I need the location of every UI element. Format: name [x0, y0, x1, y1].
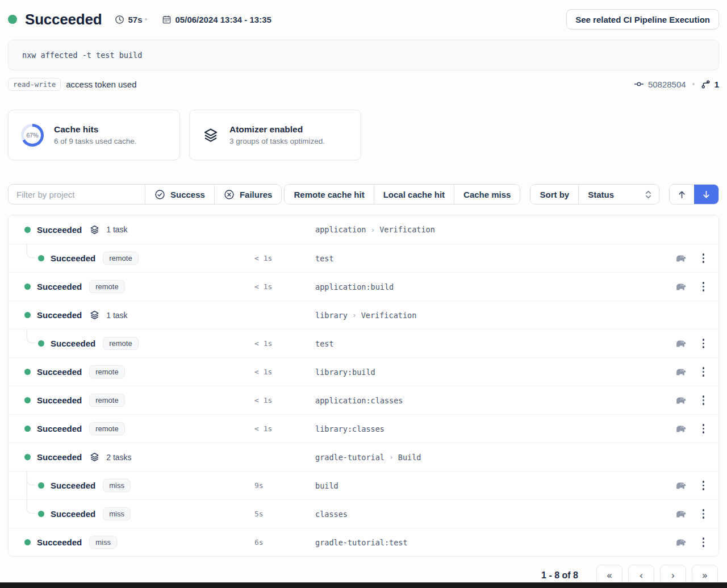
task-row[interactable]: Succeeded miss 6s gradle-tutorial:test [9, 528, 718, 556]
branch-count: 1 [715, 80, 719, 89]
task-name: build [315, 481, 664, 490]
run-duration-meta: 57s [115, 15, 143, 24]
target-name: Verification [379, 225, 435, 234]
gradle-elephant-icon[interactable] [675, 537, 687, 547]
kebab-menu-icon[interactable] [701, 507, 707, 520]
row-status-label: Succeeded [37, 367, 82, 377]
vcs-info: 50828504 1 [634, 79, 719, 89]
run-status-dot [8, 15, 17, 24]
git-commit-icon [634, 79, 644, 89]
kebab-menu-icon[interactable] [701, 536, 707, 549]
sort-descending-button[interactable] [694, 185, 718, 204]
kebab-menu-icon[interactable] [701, 252, 707, 265]
layers-icon [89, 452, 100, 462]
row-status-dot [24, 397, 31, 403]
row-status-label: Succeeded [37, 452, 82, 462]
row-status-label: Succeeded [51, 509, 95, 519]
gradle-elephant-icon[interactable] [675, 367, 687, 377]
project-name: application [315, 225, 366, 234]
sort-selected-value: Status [588, 190, 614, 199]
tree-connector [27, 472, 35, 485]
group-project-path: application › Verification [315, 225, 664, 234]
task-name: test [315, 254, 664, 263]
cache-card-title: Cache hits [54, 124, 137, 135]
tree-connector [27, 500, 35, 514]
bottom-bar [0, 582, 727, 588]
cache-donut-label: 67% [21, 124, 44, 147]
page-title: Succeeded [25, 11, 102, 28]
layers-icon [89, 224, 100, 235]
gradle-elephant-icon[interactable] [675, 339, 687, 348]
task-list: Succeeded 1 task application › Verificat… [8, 215, 719, 557]
filter-failures-label: Failures [240, 190, 273, 199]
filter-remote-cache-hit[interactable]: Remote cache hit [285, 185, 373, 204]
task-row[interactable]: Succeeded remote < 1s application:build [9, 272, 718, 301]
filter-local-cache-hit[interactable]: Local cache hit [374, 185, 454, 204]
gradle-elephant-icon[interactable] [675, 282, 687, 291]
run-date-meta: 05/06/2024 13:34 - 13:35 [162, 15, 271, 24]
pagination-range-label: 1 - 8 of 8 [541, 570, 578, 581]
task-row[interactable]: Succeeded remote < 1s test [9, 244, 718, 272]
task-row[interactable]: Succeeded remote < 1s test [9, 329, 718, 357]
task-name: application:classes [315, 396, 664, 405]
row-status-dot [24, 426, 31, 432]
task-row[interactable]: Succeeded remote < 1s library:classes [9, 414, 718, 443]
project-filter-group: Success Failures [8, 184, 282, 205]
layers-icon [89, 310, 100, 320]
task-duration: < 1s [254, 368, 315, 376]
sort-by-label: Sort by [530, 185, 578, 204]
row-status-dot [24, 227, 31, 233]
project-name: library [315, 311, 348, 320]
kebab-menu-icon[interactable] [701, 479, 707, 492]
git-branch-icon [701, 80, 711, 89]
kebab-menu-icon[interactable] [701, 394, 707, 407]
task-duration: < 1s [254, 339, 315, 348]
task-row[interactable]: Succeeded remote < 1s library:build [9, 357, 718, 386]
task-row[interactable]: Succeeded miss 5s classes [9, 499, 718, 528]
kebab-menu-icon[interactable] [701, 365, 707, 378]
cache-hits-card[interactable]: 67% Cache hits 6 of 9 tasks used cache. [8, 110, 180, 160]
related-ci-pipeline-button[interactable]: See related CI Pipeline Execution [566, 9, 719, 30]
task-group-row[interactable]: Succeeded 1 task application › Verificat… [9, 215, 718, 244]
path-separator: › [370, 226, 375, 234]
cache-card-subtitle: 6 of 9 tasks used cache. [54, 137, 137, 145]
clock-icon [115, 15, 124, 24]
target-name: Verification [361, 311, 417, 320]
task-name: classes [315, 510, 664, 519]
sort-select[interactable]: Status [578, 185, 659, 204]
kebab-menu-icon[interactable] [701, 337, 707, 350]
task-group-row[interactable]: Succeeded 1 task library › Verification [9, 301, 718, 329]
row-status-label: Succeeded [51, 339, 95, 348]
gradle-elephant-icon[interactable] [675, 509, 687, 519]
kebab-menu-icon[interactable] [701, 280, 707, 293]
cache-status-badge: miss [103, 479, 131, 492]
filter-success-toggle[interactable]: Success [145, 185, 214, 204]
path-separator: › [352, 311, 357, 319]
tree-connector-line [27, 472, 27, 500]
command-box: nxw affected -t test build [8, 40, 719, 70]
project-filter-input[interactable] [9, 185, 145, 204]
task-name: test [315, 339, 664, 348]
commit-sha[interactable]: 50828504 [648, 80, 686, 89]
task-name: library:classes [315, 424, 664, 433]
cache-status-badge: remote [103, 252, 138, 265]
access-token-label: access token used [66, 80, 136, 89]
task-duration: 5s [254, 510, 315, 518]
kebab-menu-icon[interactable] [701, 422, 707, 435]
gradle-elephant-icon[interactable] [675, 481, 687, 490]
gradle-elephant-icon[interactable] [675, 395, 687, 405]
run-header: Succeeded 57s 05/06/2024 13:34 - 13:35 S… [8, 9, 719, 30]
cache-filter-group: Remote cache hit Local cache hit Cache m… [284, 184, 520, 205]
command-text: nxw affected -t test build [22, 51, 142, 60]
task-row[interactable]: Succeeded remote < 1s application:classe… [9, 386, 718, 414]
filter-failures-toggle[interactable]: Failures [214, 185, 282, 204]
gradle-elephant-icon[interactable] [675, 253, 687, 263]
filter-cache-miss[interactable]: Cache miss [454, 185, 520, 204]
cache-status-badge: remote [89, 422, 124, 435]
task-group-row[interactable]: Succeeded 2 tasks gradle-tutorial › Buil… [9, 443, 718, 471]
sort-ascending-button[interactable] [670, 185, 694, 204]
gradle-elephant-icon[interactable] [675, 424, 687, 433]
task-name: gradle-tutorial:test [315, 538, 664, 547]
task-row[interactable]: Succeeded miss 9s build [9, 471, 718, 499]
atomizer-card[interactable]: Atomizer enabled 3 groups of tasks optim… [189, 110, 361, 160]
